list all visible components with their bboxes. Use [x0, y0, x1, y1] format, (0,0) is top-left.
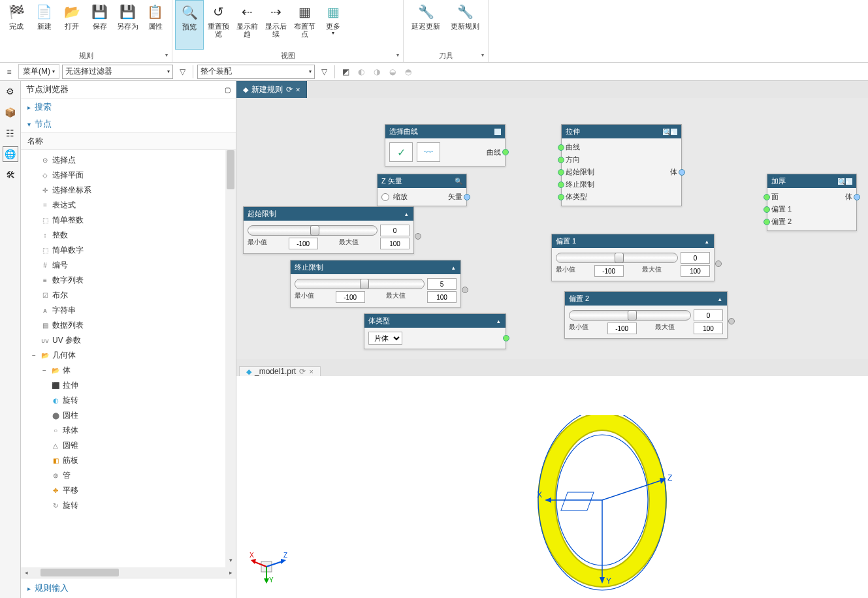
ribbon-new-button[interactable]: 📄新建: [31, 0, 59, 50]
slider[interactable]: [569, 310, 691, 321]
ribbon-update-rules-button[interactable]: 🔧更新规则: [445, 0, 485, 50]
output-port[interactable]: [415, 233, 421, 240]
collapse-icon[interactable]: ▴: [450, 264, 457, 271]
tree-item[interactable]: ⬤圆柱: [48, 408, 236, 423]
collapse-icon[interactable]: ▴: [846, 178, 852, 185]
tree-item[interactable]: ⬚简单整数: [27, 213, 236, 228]
search-icon[interactable]: 🔍: [455, 178, 462, 185]
max-input[interactable]: [427, 291, 457, 303]
horizontal-scrollbar[interactable]: ◂ ▸: [21, 567, 236, 578]
ribbon-finish-button[interactable]: 🏁完成: [3, 0, 31, 50]
max-input[interactable]: [380, 238, 410, 249]
tree-item[interactable]: △圆锥: [48, 438, 236, 453]
collapse-icon[interactable]: ▴: [403, 211, 410, 217]
tree-item[interactable]: ✛选择坐标系: [27, 183, 236, 198]
hierarchy-icon[interactable]: ☷: [3, 125, 18, 141]
ribbon-more-button[interactable]: ▦更多▾: [319, 0, 347, 50]
tools-icon[interactable]: 🛠: [3, 167, 18, 183]
value-input[interactable]: [427, 278, 457, 290]
scroll-thumb-h[interactable]: [40, 569, 119, 576]
input-port[interactable]: [558, 144, 564, 151]
tree-item[interactable]: #编号: [27, 258, 236, 273]
node-end-limit[interactable]: 终止限制▴ 最小值 最大值: [290, 260, 461, 307]
output-port[interactable]: [502, 149, 509, 155]
input-port[interactable]: [558, 157, 564, 163]
node-start-limit[interactable]: 起始限制▴ 最小值 最大值: [243, 206, 414, 254]
scroll-down-icon[interactable]: ▾: [225, 557, 236, 567]
rule-input-section[interactable]: 规则输入: [21, 578, 236, 598]
output-port[interactable]: [679, 169, 685, 176]
tree-item[interactable]: ↻旋转: [48, 498, 236, 513]
tree-item[interactable]: ≡数字列表: [27, 273, 236, 288]
collapse-icon[interactable]: ▴: [716, 296, 723, 302]
tree-item[interactable]: ↕整数: [27, 228, 236, 243]
scroll-thumb[interactable]: [227, 150, 234, 189]
ribbon-save-button[interactable]: 💾保存: [86, 0, 114, 50]
tree-item[interactable]: ⬛拉伸: [48, 378, 236, 393]
value-input[interactable]: [694, 309, 723, 321]
output-port[interactable]: [462, 287, 468, 293]
tab-new-rule[interactable]: ◆ 新建规则 ⟳ ×: [236, 81, 307, 98]
tree-item[interactable]: ⬚简单数字: [27, 243, 236, 258]
tree-item[interactable]: ◧筋板: [48, 453, 236, 468]
min-input[interactable]: [336, 291, 365, 303]
ribbon-show-pred-button[interactable]: ⇠显示前趋: [233, 0, 261, 50]
node-select-curve[interactable]: 选择曲线 ✓ 〰 曲线: [385, 124, 506, 166]
output-port[interactable]: [854, 194, 860, 200]
node-body-type[interactable]: 体类型▴ 片体: [364, 313, 506, 349]
ribbon-preview-button[interactable]: 🔍预览: [175, 0, 204, 50]
search-icon[interactable]: 🔍: [838, 178, 844, 185]
close-icon[interactable]: ×: [296, 86, 300, 93]
collapse-icon[interactable]: ▴: [703, 238, 710, 245]
collapse-icon[interactable]: ▴: [495, 318, 502, 324]
input-port[interactable]: [764, 194, 770, 200]
tool-icon-4[interactable]: ◒: [386, 65, 399, 78]
tree-item[interactable]: ᴜᴠUV 参数: [27, 333, 236, 348]
tool-icon-5[interactable]: ◓: [402, 65, 415, 78]
filter-funnel-icon[interactable]: ▽: [176, 65, 189, 78]
tool-icon-3[interactable]: ◑: [370, 65, 383, 78]
assembly-combo[interactable]: 整个装配▾: [197, 65, 315, 79]
output-port[interactable]: [503, 335, 509, 341]
tree-item[interactable]: ◐旋转: [48, 393, 236, 408]
rules-canvas[interactable]: 选择曲线 ✓ 〰 曲线 Z 矢量🔍 缩放 矢量: [236, 98, 868, 359]
tool-icon-1[interactable]: ◩: [339, 65, 352, 78]
ribbon-props-button[interactable]: 📋属性: [142, 0, 170, 50]
curve-preview-icon[interactable]: 〰: [417, 142, 440, 162]
view-triad[interactable]: X Y Z: [249, 546, 289, 585]
package-icon[interactable]: 📦: [3, 104, 18, 120]
close-icon[interactable]: ×: [309, 368, 313, 375]
output-port[interactable]: [715, 260, 722, 267]
globe-icon[interactable]: 🌐: [3, 146, 18, 162]
tree-item[interactable]: ⊚管: [48, 468, 236, 483]
ribbon-delay-update-button[interactable]: 🔧延迟更新: [406, 0, 445, 50]
tree-folder-body[interactable]: −📂体: [38, 363, 236, 378]
node-thicken[interactable]: 加厚🔍▴ 面体 偏置 1 偏置 2: [767, 174, 857, 231]
slider[interactable]: [556, 253, 678, 263]
input-port[interactable]: [558, 169, 564, 176]
output-port[interactable]: [728, 318, 735, 324]
settings-icon[interactable]: ⚙: [3, 84, 18, 99]
tree-item[interactable]: ⊙选择点: [27, 153, 236, 168]
min-input[interactable]: [607, 323, 637, 334]
slider[interactable]: [248, 225, 378, 236]
ribbon-open-button[interactable]: 📂打开: [58, 0, 86, 50]
search-icon[interactable]: 🔍: [663, 129, 669, 135]
scroll-left-icon[interactable]: ◂: [21, 567, 31, 578]
min-input[interactable]: [289, 238, 318, 249]
tree-item[interactable]: ◇选择平面: [27, 168, 236, 183]
panel-maximize-icon[interactable]: ▢: [225, 86, 231, 93]
scroll-right-icon[interactable]: ▸: [225, 567, 236, 578]
checkmark-icon[interactable]: ✓: [389, 142, 413, 162]
min-input[interactable]: [594, 265, 624, 277]
output-port[interactable]: [464, 194, 470, 200]
tree-folder-geom[interactable]: −📂几何体: [27, 348, 236, 363]
value-input[interactable]: [681, 252, 710, 264]
tree-item[interactable]: ✥平移: [48, 483, 236, 498]
filter2-icon[interactable]: ▽: [317, 65, 330, 78]
max-input[interactable]: [694, 323, 723, 334]
slider[interactable]: [295, 279, 425, 289]
tool-icon-2[interactable]: ◐: [355, 65, 368, 78]
input-port[interactable]: [558, 181, 564, 188]
menu-hamburger-icon[interactable]: ≡: [3, 65, 16, 78]
